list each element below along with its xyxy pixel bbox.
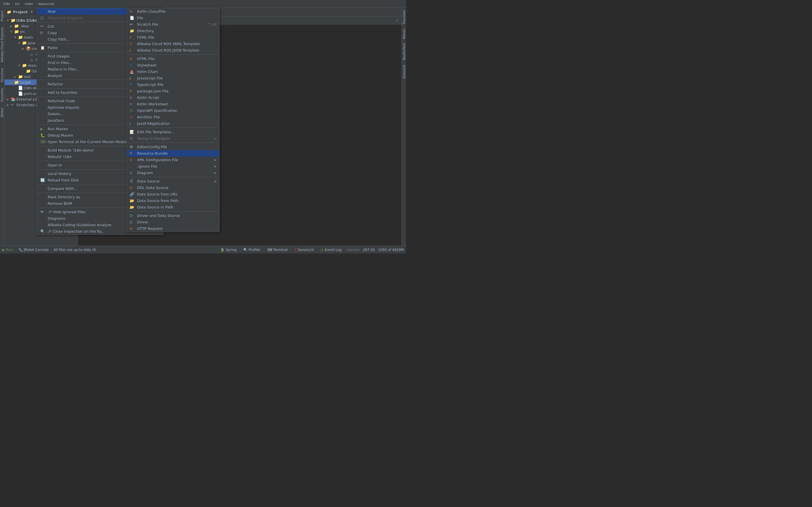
submenu-item-source-url[interactable]: 🔗 Data Source from URL [127, 191, 219, 198]
submenu-item-ignore[interactable]: . .ignore File ▶ [127, 163, 219, 170]
submenu-item-ros-json[interactable]: J Alibaba Cloud ROS JSON Template [127, 47, 219, 54]
iml-icon: 📄 [18, 86, 22, 90]
run-label: Run [6, 247, 13, 252]
submenu-item-javafx[interactable]: J JavaFXApplication [127, 120, 219, 127]
submenu-item-file[interactable]: 📄 File [127, 15, 219, 21]
submenu-item-stylesheet[interactable]: S Stylesheet [127, 62, 219, 68]
kotlin-icon: K [130, 9, 135, 13]
submenu-item-label: Helm Chart [137, 69, 216, 74]
submenu-item-label: Driver [137, 220, 216, 224]
breadcrumb-item[interactable]: resources [38, 2, 54, 6]
submenu-item-directory[interactable]: 📁 Directory [127, 27, 219, 34]
submenu-item-label: XML Configuration File [137, 158, 214, 162]
tree-label: java [28, 41, 35, 45]
java-icon: ☕ [30, 57, 35, 62]
submenu-item-data-source[interactable]: 🗄 Data Source ▶ [127, 178, 219, 184]
submenu-item-label: EditorConfig File [137, 145, 216, 149]
submenu-item-swing-ui[interactable]: ⚙ Swing UI Designer ▶ [127, 135, 219, 142]
breadcrumb-separator: › [12, 2, 13, 6]
breadcrumb-item[interactable]: i18n [3, 2, 10, 6]
submenu-item-label: .ignore File [137, 164, 214, 168]
folder-icon: 📁 [18, 35, 22, 40]
submenu-arrow-icon: ▶ [214, 158, 216, 161]
project-dropdown[interactable]: ▼ [31, 10, 33, 14]
submenu-item-edit-templates[interactable]: 📝 Edit File Templates... [127, 129, 219, 135]
submenu-item-diagram[interactable]: ◇ Diagram ▶ [127, 170, 219, 176]
submenu-item-label: Alibaba Cloud ROS YAML Template [137, 42, 216, 46]
folder-icon: 📁 [22, 41, 27, 45]
right-panel-jclasslib[interactable]: JClassLib [402, 62, 406, 80]
left-panel-jrebel[interactable]: JRebel [0, 105, 4, 120]
event-log-button[interactable]: ⚠ Event Log [319, 247, 343, 252]
scratch-icon: ✏ [130, 22, 135, 26]
cut-icon: ✂ [40, 24, 46, 29]
submenu-item-js[interactable]: J JavaScript File [127, 75, 219, 81]
submenu-arrow-icon: ▶ [214, 171, 216, 174]
submenu-item-xml-config[interactable]: X XML Configuration File ▶ [127, 157, 219, 163]
submenu-item-driver[interactable]: D Driver [127, 219, 219, 225]
submenu-item-driver-source[interactable]: D Driver and Data Source [127, 212, 219, 219]
event-label: Event Log [325, 248, 342, 252]
submenu-item-ts[interactable]: T TypeScript File [127, 81, 219, 88]
xml-config-icon: X [130, 158, 135, 162]
submenu-item-openapi[interactable]: O OpenAPI Specification [127, 107, 219, 114]
html-icon: H [130, 57, 135, 61]
package-json-icon: P [130, 89, 135, 93]
submenu-item-label: Scratch File [137, 22, 207, 26]
jrebel-label: JRebel Console [24, 248, 49, 252]
tree-label: .idea [20, 24, 29, 28]
tree-arrow: ▶ [10, 24, 14, 27]
right-panel-translate[interactable]: Translate [402, 8, 406, 26]
submenu-item-resource-bundle[interactable]: R Resource Bundle [127, 150, 219, 157]
kts-icon: K [130, 96, 135, 100]
submenu-item-package-json[interactable]: P package.json File [127, 88, 219, 94]
breadcrumb-item[interactable]: src [15, 2, 20, 6]
swing-icon: ⚙ [130, 136, 135, 140]
submenu-item-helm[interactable]: ⛵ Helm Chart [127, 68, 219, 75]
jrebel-console-button[interactable]: 🔧 JRebel Console [17, 247, 50, 252]
breadcrumb-separator: › [35, 2, 36, 6]
library-icon: 📚 [11, 97, 15, 101]
submenu-item-source-in-path[interactable]: 📂 Data Source in Path [127, 204, 219, 210]
submenu-item-label: Resource Bundle [137, 151, 216, 156]
breadcrumb-item[interactable]: main [24, 2, 33, 6]
submenu-item-ddl-source[interactable]: D DDL Data Source [127, 184, 219, 191]
submenu-item-kotlin-worksheet[interactable]: K Kotlin Worksheet [127, 101, 219, 107]
reload-icon: 🔄 [40, 178, 46, 182]
run-button[interactable]: ▶ Run [2, 247, 13, 252]
spring-button[interactable]: 🍃 Spring [218, 247, 238, 252]
sonar-icon: S [294, 248, 297, 252]
submenu-item-http-request[interactable]: H HTTP Request [127, 225, 219, 232]
submenu-item-kotlin-script[interactable]: K Kotlin Script [127, 94, 219, 101]
submenu-item-kotlin-class[interactable]: K Kotlin Class/File [127, 8, 219, 15]
sonarlint-button[interactable]: S SonarLint [293, 247, 315, 252]
submenu-item-asciidoc[interactable]: A AsciiDoc File [127, 114, 219, 120]
run-icon: ▶ [2, 247, 5, 252]
tree-label: main [24, 35, 33, 40]
folder-icon: 📁 [14, 80, 18, 84]
submenu-item-html[interactable]: H HTML File [127, 55, 219, 62]
submenu-item-scratch[interactable]: ✏ Scratch File ⌃⌥N [127, 21, 219, 27]
submenu-item-source-path[interactable]: 📂 Data Source from Path [127, 198, 219, 204]
submenu-item-ros-yaml[interactable]: Y Alibaba Cloud ROS YAML Template [127, 41, 219, 47]
tree-arrow: ▼ [7, 19, 11, 22]
ddl-icon: D [130, 186, 135, 190]
left-panel-project[interactable]: Project [0, 8, 4, 24]
profiler-button[interactable]: 🔍 Profiler [242, 247, 262, 252]
submenu-item-label: Kotlin Class/File [137, 9, 216, 13]
left-panel-cloud[interactable]: Alibaba Cloud Explorer [0, 24, 4, 65]
left-panel-favorites[interactable]: Favorites [0, 85, 4, 105]
data-source-icon: 🗄 [130, 179, 135, 183]
java-icon: ☕ [30, 52, 35, 56]
tree-arrow: ▶ [14, 75, 18, 78]
right-panel-restful[interactable]: RestfulTool [402, 41, 406, 62]
submenu-item-editorconfig[interactable]: ⚙ EditorConfig File [127, 144, 219, 150]
tree-arrow: ▼ [10, 30, 14, 33]
xml-icon: 📄 [18, 91, 22, 96]
right-panel-maven[interactable]: Maven [402, 26, 406, 41]
terminal-button[interactable]: ⌨ Terminal [266, 247, 289, 252]
submenu-item-fxml[interactable]: F FXML File [127, 34, 219, 41]
run-maven-icon: ▶ [40, 127, 46, 131]
copy-icon: ⎘ [40, 31, 46, 35]
left-panel-structure[interactable]: Structure [0, 65, 4, 85]
